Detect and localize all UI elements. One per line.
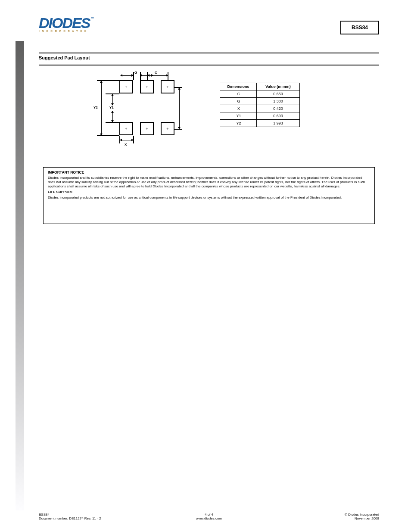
dim-label-x: X [125, 143, 127, 146]
dim-val: 0.650 [257, 90, 300, 98]
dim-val: 0.693 [257, 112, 300, 120]
table-row: C0.650 [220, 90, 300, 98]
footer-center: 4 of 4 www.diodes.com [39, 513, 379, 520]
dim-arrow [148, 75, 168, 76]
section-title: Suggested Pad Layout [39, 55, 90, 60]
pad: + [119, 80, 133, 93]
notice-paragraph: Diodes Incorporated and its subsidiaries… [48, 176, 370, 189]
dim-key: Y1 [220, 112, 257, 120]
pad: + [119, 122, 133, 135]
footprint-diagram: + + + + + + G C Y1 Y2 X [93, 71, 194, 146]
dim-label-y1: Y1 [109, 106, 114, 109]
footer-page-number: 4 of 4 [39, 513, 379, 516]
pad: + [161, 80, 174, 93]
pad: + [140, 80, 154, 93]
dim-val: 1.993 [257, 120, 300, 127]
cross-icon: + [166, 127, 168, 131]
table-row: X0.420 [220, 105, 300, 112]
cross-icon: + [146, 127, 148, 131]
footer-date: November 2008 [345, 516, 379, 520]
dim-label-g: G [134, 71, 137, 75]
pad: + [161, 122, 174, 135]
table-row: G1.300 [220, 98, 300, 105]
divider [39, 65, 379, 65]
logo-main: DIODES [39, 15, 90, 31]
logo-subtext: I N C O R P O R A T E D [39, 30, 93, 32]
table-row: Y10.693 [220, 112, 300, 120]
footer-copyright: © Diodes Incorporated [345, 513, 379, 516]
cross-icon: + [125, 85, 127, 89]
cross-icon: + [166, 85, 168, 89]
notice-title: IMPORTANT NOTICE [48, 170, 370, 175]
dim-arrow [120, 140, 133, 140]
cross-icon: + [146, 85, 148, 89]
dim-arrow [179, 88, 180, 129]
dim-key: Y2 [220, 120, 257, 127]
page-header: DIODES™ I N C O R P O R A T E D BSS84 [39, 17, 379, 41]
dim-label-y2: Y2 [93, 106, 98, 109]
notice-paragraph: Diodes Incorporated products are not aut… [48, 196, 370, 200]
logo: DIODES™ I N C O R P O R A T E D [39, 17, 93, 32]
dim-label-c: C [155, 71, 157, 75]
table-header-value: Value (in mm) [257, 83, 300, 90]
footer-url: www.diodes.com [39, 516, 379, 520]
important-notice-box: IMPORTANT NOTICE Diodes Incorporated and… [43, 167, 375, 224]
divider [39, 53, 379, 53]
footer-right: © Diodes Incorporated November 2008 [345, 513, 379, 520]
table-row: Y21.993 [220, 120, 300, 127]
dim-key: X [220, 105, 257, 112]
dim-val: 0.420 [257, 105, 300, 112]
dimensions-table: Dimensions Value (in mm) C0.650 G1.300 X… [220, 83, 300, 127]
dim-arrow [101, 81, 102, 135]
pad: + [140, 122, 154, 135]
table-header-dimensions: Dimensions [220, 83, 257, 90]
cross-icon: + [125, 127, 127, 131]
logo-trademark-icon: ™ [90, 16, 94, 20]
dim-arrow [112, 94, 113, 105]
sidebar-gradient [16, 41, 24, 510]
notice-subtitle: LIFE SUPPORT [48, 190, 370, 194]
dim-arrow [112, 111, 113, 122]
dim-val: 1.300 [257, 98, 300, 105]
part-number-box: BSS84 [340, 21, 379, 34]
dim-arrow [121, 75, 133, 76]
dim-key: G [220, 98, 257, 105]
dim-key: C [220, 90, 257, 98]
